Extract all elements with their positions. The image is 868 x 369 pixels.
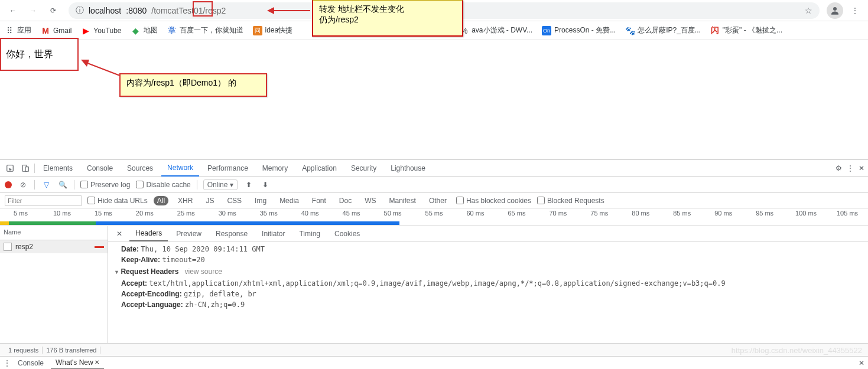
- column-header-name[interactable]: Name: [0, 226, 108, 240]
- devtools-panel: Elements Console Sources Network Perform…: [0, 159, 868, 369]
- request-headers-section[interactable]: Request Headersview source: [114, 265, 862, 278]
- filter-font[interactable]: Font: [308, 196, 330, 205]
- network-toolbar: ⊘ ▽ 🔍 Preserve log Disable cache Online …: [0, 177, 868, 193]
- drawer-tab-console[interactable]: Console: [13, 357, 48, 370]
- svg-point-0: [833, 7, 837, 11]
- status-transferred: 176 B transferred: [43, 347, 100, 354]
- tab-security[interactable]: Security: [345, 160, 382, 177]
- upload-icon[interactable]: ⬆: [243, 179, 254, 190]
- bookmark-game[interactable]: %ava小游戏 - DWV...: [459, 25, 532, 35]
- tab-timing[interactable]: Timing: [293, 226, 326, 241]
- bookmark-processon[interactable]: OnProcessOn - 免费...: [542, 25, 616, 35]
- timeline-label: 70 ms: [537, 210, 578, 217]
- tab-performance[interactable]: Performance: [201, 160, 254, 177]
- annotation-note-2: 内容为/resp1（即Demo1） 的: [119, 73, 267, 97]
- timeline-label: 90 ms: [703, 210, 744, 217]
- profile-avatar[interactable]: [827, 2, 843, 19]
- tab-response[interactable]: Response: [210, 226, 253, 241]
- clear-icon[interactable]: ⊘: [18, 179, 28, 190]
- tab-elements[interactable]: Elements: [37, 160, 79, 177]
- tab-lighthouse[interactable]: Lighthouse: [385, 160, 431, 177]
- timeline-label: 20 ms: [124, 210, 165, 217]
- bookmark-gmail[interactable]: MGmail: [41, 26, 71, 35]
- bookmark-youtube[interactable]: ▶YouTube: [81, 26, 121, 35]
- filter-doc[interactable]: Doc: [336, 196, 355, 205]
- tab-application[interactable]: Application: [296, 160, 343, 177]
- tab-memory[interactable]: Memory: [256, 160, 294, 177]
- filter-img[interactable]: Img: [251, 196, 270, 205]
- forward-button[interactable]: →: [25, 2, 41, 19]
- bookmark-movie[interactable]: 闪"彩蛋" - 《魅拔之...: [710, 25, 782, 35]
- disable-cache-checkbox[interactable]: Disable cache: [136, 181, 190, 189]
- reload-button[interactable]: ⟳: [45, 2, 61, 19]
- filter-icon[interactable]: ▽: [41, 179, 51, 190]
- timeline-label: 65 ms: [496, 210, 537, 217]
- network-timeline[interactable]: 5 ms10 ms15 ms20 ms25 ms30 ms35 ms40 ms4…: [0, 208, 868, 226]
- timeline-label: 35 ms: [248, 210, 290, 217]
- blocked-requests-checkbox[interactable]: Blocked Requests: [537, 197, 604, 205]
- hide-data-urls-checkbox[interactable]: Hide data URLs: [87, 197, 148, 205]
- bookmark-star-icon[interactable]: ☆: [805, 6, 812, 15]
- status-requests: 1 requests: [5, 347, 43, 354]
- filter-other[interactable]: Other: [425, 196, 450, 205]
- timeline-label: 50 ms: [372, 210, 414, 217]
- timeline-label: 100 ms: [785, 210, 827, 217]
- bookmark-baidu[interactable]: 掌百度一下，你就知道: [167, 25, 243, 35]
- device-toggle-icon[interactable]: [19, 164, 32, 172]
- bookmark-idea[interactable]: 问idea快捷: [253, 25, 293, 35]
- apps-shortcut[interactable]: ⠿应用: [5, 25, 31, 35]
- settings-icon[interactable]: ⚙: [836, 164, 842, 172]
- timeline-label: 10 ms: [41, 210, 83, 217]
- inspect-icon[interactable]: [4, 164, 17, 172]
- filter-media[interactable]: Media: [276, 196, 303, 205]
- filter-xhr[interactable]: XHR: [174, 196, 196, 205]
- bookmark-blockip[interactable]: 🐾怎么屏蔽IP?_百度...: [625, 25, 701, 35]
- filter-css[interactable]: CSS: [223, 196, 245, 205]
- more-icon[interactable]: ⋮: [847, 164, 854, 172]
- tab-headers[interactable]: Headers: [129, 226, 168, 241]
- filter-input[interactable]: [5, 195, 82, 206]
- site-info-icon[interactable]: ⓘ: [76, 5, 84, 16]
- timeline-label: 105 ms: [827, 210, 868, 217]
- watermark-text: https://blog.csdn.net/weixin_44355522: [732, 346, 862, 355]
- timeline-label: 45 ms: [331, 210, 372, 217]
- chrome-menu-icon[interactable]: ⋮: [847, 2, 863, 19]
- blocked-cookies-checkbox[interactable]: Has blocked cookies: [456, 197, 531, 205]
- bookmark-maps[interactable]: ◆地图: [131, 25, 158, 35]
- throttling-select[interactable]: Online ▾: [203, 179, 238, 190]
- tab-preview[interactable]: Preview: [170, 226, 207, 241]
- close-devtools-icon[interactable]: ✕: [859, 164, 864, 172]
- filter-manifest[interactable]: Manifest: [386, 196, 420, 205]
- timeline-label: 30 ms: [207, 210, 248, 217]
- preserve-log-checkbox[interactable]: Preserve log: [80, 181, 130, 189]
- timeline-label: 95 ms: [744, 210, 785, 217]
- tab-cookies[interactable]: Cookies: [329, 226, 366, 241]
- timeline-label: 15 ms: [83, 210, 124, 217]
- filter-all[interactable]: All: [154, 196, 168, 205]
- drawer-close-icon[interactable]: ✕: [859, 359, 864, 367]
- request-row[interactable]: resp2: [0, 240, 108, 253]
- timeline-label: 25 ms: [165, 210, 207, 217]
- view-source-link[interactable]: view source: [184, 267, 222, 276]
- back-button[interactable]: ←: [5, 2, 21, 19]
- tab-network[interactable]: Network: [161, 160, 199, 177]
- close-detail-icon[interactable]: ✕: [112, 230, 127, 238]
- page-text: 你好，世界: [6, 49, 53, 59]
- annotation-note-1: 转发 地址栏不发生变化 仍为/resp2: [312, 0, 463, 37]
- drawer-menu-icon[interactable]: ⋮: [4, 359, 11, 367]
- tab-sources[interactable]: Sources: [121, 160, 159, 177]
- tab-console[interactable]: Console: [81, 160, 119, 177]
- devtools-tabs: Elements Console Sources Network Perform…: [0, 160, 868, 177]
- timeline-label: 40 ms: [290, 210, 331, 217]
- timeline-label: 55 ms: [414, 210, 455, 217]
- record-button[interactable]: [5, 181, 12, 188]
- download-icon[interactable]: ⬇: [260, 179, 271, 190]
- filter-ws[interactable]: WS: [361, 196, 379, 205]
- search-icon[interactable]: 🔍: [57, 179, 68, 190]
- filter-js[interactable]: JS: [202, 196, 217, 205]
- close-tab-icon[interactable]: ✕: [95, 359, 99, 365]
- network-filter-bar: Hide data URLs All XHR JS CSS Img Media …: [0, 193, 868, 208]
- tab-initiator[interactable]: Initiator: [256, 226, 291, 241]
- document-icon: [4, 243, 12, 251]
- drawer-tab-whatsnew[interactable]: What's New✕: [51, 357, 104, 370]
